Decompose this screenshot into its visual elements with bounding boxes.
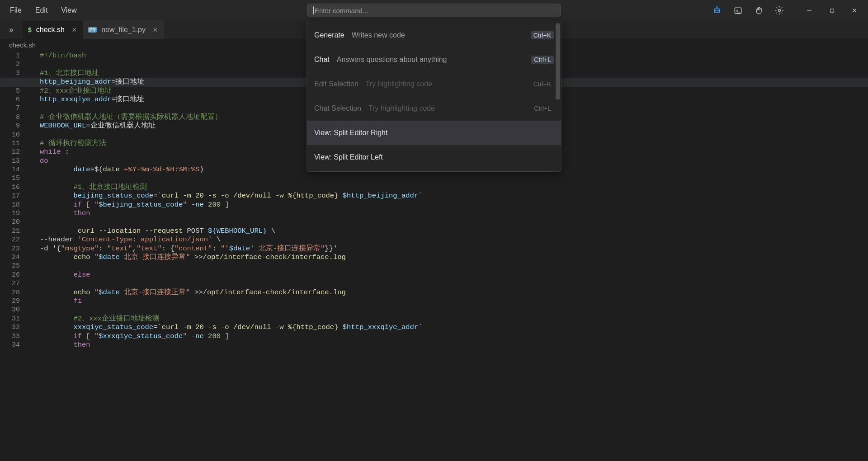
- palette-item-desc: Writes new code: [352, 31, 405, 39]
- tab-check-sh[interactable]: $check.sh×: [23, 21, 83, 39]
- code-line: --header 'Content-Type: application/json…: [33, 235, 868, 244]
- line-number: 22: [0, 235, 33, 244]
- line-number: 6: [0, 95, 33, 104]
- tab-label: new_file_1.py: [101, 26, 146, 34]
- line-number: 14: [0, 165, 33, 174]
- line-number: 17: [0, 192, 33, 200]
- code-line: echo "$date 北京-接口连接异常" >>/opt/interface-…: [33, 253, 868, 262]
- code-line: fi: [33, 297, 868, 306]
- line-number: 31: [0, 315, 33, 323]
- palette-item-shortcut: Ctrl+L: [531, 104, 554, 113]
- palette-item-title: Edit Selection: [314, 80, 359, 88]
- line-number: 9: [0, 122, 33, 130]
- code-line: then: [33, 209, 868, 218]
- code-line: [33, 262, 868, 270]
- palette-item-desc: Try highlighting code: [368, 104, 435, 113]
- tab-close-icon[interactable]: ×: [153, 25, 158, 35]
- svg-point-1: [716, 10, 717, 11]
- line-number: 30: [0, 306, 33, 314]
- line-number: 21: [0, 227, 33, 235]
- line-gutter: 1234567891011121314151617181920212223242…: [0, 51, 33, 461]
- code-line: then: [33, 341, 868, 349]
- palette-item-desc: Answers questions about anything: [337, 56, 447, 64]
- line-number: 13: [0, 157, 33, 165]
- line-number: 3: [0, 69, 33, 78]
- menu-edit[interactable]: Edit: [35, 6, 48, 14]
- palette-scrollbar[interactable]: [556, 23, 560, 100]
- gear-icon[interactable]: [775, 6, 784, 15]
- line-number: 11: [0, 139, 33, 148]
- line-number: 29: [0, 297, 33, 306]
- line-number: 34: [0, 341, 33, 349]
- window-controls: [805, 6, 859, 15]
- line-number: 19: [0, 209, 33, 218]
- menubar: File Edit View: [5, 6, 77, 14]
- line-number: 12: [0, 148, 33, 156]
- line-number: 8: [0, 113, 33, 122]
- svg-rect-8: [830, 9, 833, 12]
- ai-robot-icon[interactable]: [712, 6, 722, 15]
- line-number: 1: [0, 52, 33, 60]
- line-number: 27: [0, 279, 33, 288]
- code-line: [33, 306, 868, 314]
- palette-item-title: View: Split Editor Right: [314, 129, 387, 137]
- menu-view[interactable]: View: [61, 6, 76, 14]
- svg-rect-5: [735, 8, 741, 14]
- titlebar: File Edit View Enter command...: [0, 0, 868, 21]
- code-line: echo "$date 北京-接口连接正常" >>/opt/interface-…: [33, 288, 868, 297]
- line-number: 26: [0, 271, 33, 279]
- code-line: else: [33, 271, 868, 279]
- clap-icon[interactable]: [754, 6, 763, 15]
- line-number: 5: [0, 87, 33, 95]
- palette-item-shortcut: Ctrl+L: [531, 56, 554, 64]
- command-input[interactable]: Enter command...: [307, 4, 561, 17]
- line-number: 28: [0, 288, 33, 297]
- palette-item: Chat SelectionTry highlighting codeCtrl+…: [307, 96, 561, 121]
- line-number: 23: [0, 245, 33, 253]
- command-palette: GenerateWrites new codeCtrl+KChatAnswers…: [307, 21, 561, 172]
- line-number: 2: [0, 60, 33, 69]
- code-line: [33, 218, 868, 226]
- palette-item[interactable]: ChatAnswers questions about anythingCtrl…: [307, 47, 561, 72]
- shell-file-icon: $: [28, 26, 32, 33]
- menu-file[interactable]: File: [10, 6, 22, 14]
- code-line: [33, 279, 868, 288]
- code-line: xxxqiye_status_code=`curl -m 20 -s -o /d…: [33, 323, 868, 332]
- line-number: 24: [0, 253, 33, 262]
- code-line: -d '{"msgtype": "text","text": {"content…: [33, 245, 868, 253]
- tab-label: check.sh: [36, 26, 65, 34]
- tab-overflow-button[interactable]: »: [0, 21, 23, 39]
- svg-point-4: [717, 7, 717, 8]
- tab-close-icon[interactable]: ×: [72, 25, 77, 35]
- line-number: 18: [0, 201, 33, 209]
- palette-item: Edit SelectionTry highlighting codeCtrl+…: [307, 72, 561, 96]
- code-line: [33, 174, 868, 183]
- code-line: curl --location --request POST ${WEBHOOK…: [33, 227, 868, 235]
- line-number: 33: [0, 332, 33, 341]
- maximize-icon[interactable]: [827, 6, 836, 15]
- line-number: 7: [0, 104, 33, 113]
- tab-new_file_1-py[interactable]: PYnew_file_1.py×: [83, 21, 164, 39]
- text-cursor: [313, 6, 314, 14]
- code-line: #1、北京接口地址检测: [33, 183, 868, 192]
- command-placeholder: Enter command...: [315, 7, 368, 14]
- palette-item-shortcut: Ctrl+K: [531, 31, 554, 39]
- svg-point-6: [778, 9, 781, 12]
- python-file-icon: PY: [88, 27, 97, 33]
- palette-item-title: View: Split Editor Left: [314, 153, 383, 161]
- code-line: if [ "$beijing_status_code" -ne 200 ]: [33, 201, 868, 209]
- close-icon[interactable]: [850, 6, 859, 15]
- minimize-icon[interactable]: [805, 6, 814, 15]
- palette-item[interactable]: View: Split Editor Left: [307, 145, 561, 169]
- title-actions: [712, 6, 863, 15]
- palette-item-desc: Try highlighting code: [366, 80, 432, 88]
- line-number: 25: [0, 262, 33, 270]
- palette-item[interactable]: GenerateWrites new codeCtrl+K: [307, 23, 561, 47]
- line-number: 32: [0, 323, 33, 332]
- terminal-icon[interactable]: [733, 6, 742, 15]
- code-line: if [ "$xxxqiye_status_code" -ne 200 ]: [33, 332, 868, 341]
- palette-item-title: Chat Selection: [314, 104, 361, 113]
- palette-item[interactable]: View: Split Editor Right: [307, 121, 561, 145]
- line-number: 16: [0, 183, 33, 192]
- code-line: beijing_status_code=`curl -m 20 -s -o /d…: [33, 192, 868, 200]
